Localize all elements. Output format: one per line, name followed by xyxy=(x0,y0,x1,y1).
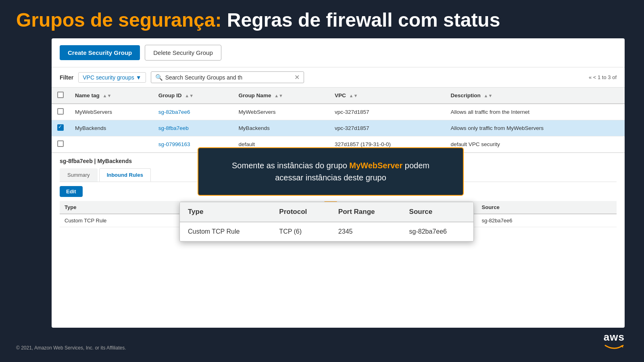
popup-source-header: Source xyxy=(401,202,473,222)
edit-button[interactable]: Edit xyxy=(60,186,83,197)
tab-summary[interactable]: Summary xyxy=(60,168,98,182)
chevron-down-icon: ▼ xyxy=(136,74,142,81)
delete-security-group-button[interactable]: Delete Security Group xyxy=(145,45,221,61)
row-name-tag: MyBackends xyxy=(69,120,153,136)
search-box: 🔍 ✕ xyxy=(151,71,304,83)
popup-source: sg-82ba7ee6 xyxy=(401,222,473,241)
filter-label: Filter xyxy=(60,74,73,81)
popup-protocol: TCP (6) xyxy=(271,222,330,241)
row-name-tag: MyWebServers xyxy=(69,104,153,120)
aws-smile-icon xyxy=(604,344,625,351)
popup-type-header: Type xyxy=(180,202,271,222)
description-header: Description ▲▼ xyxy=(445,88,625,104)
table-row[interactable]: MyBackends sg-8fba7eeb MyBackends vpc-32… xyxy=(52,120,625,136)
aws-logo: aws xyxy=(604,331,625,351)
inbound-popup: Type Protocol Port Range Source Custom T… xyxy=(179,202,474,242)
popup-table: Type Protocol Port Range Source Custom T… xyxy=(180,202,473,241)
row-group-id: sg-8fba7eeb xyxy=(153,120,233,136)
filter-row: Filter VPC security groups ▼ 🔍 ✕ « < 1 t… xyxy=(52,67,625,88)
clear-search-icon[interactable]: ✕ xyxy=(294,73,300,81)
callout-text: Somente as instâncias do grupo MyWebServ… xyxy=(232,161,429,182)
table-row[interactable]: MyWebServers sg-82ba7ee6 MyWebServers vp… xyxy=(52,104,625,120)
popup-protocol-header: Protocol xyxy=(271,202,330,222)
row-group-name: MyWebServers xyxy=(233,104,329,120)
inbound-source-header: Source xyxy=(477,201,617,214)
select-all-checkbox[interactable] xyxy=(52,88,69,104)
row-group-id: sg-82ba7ee6 xyxy=(153,104,233,120)
row-description: Allows all traffic from the Internet xyxy=(445,104,625,120)
group-id-header: Group ID ▲▼ xyxy=(153,88,233,104)
inbound-source: sg-82ba7ee6 xyxy=(477,214,617,227)
security-groups-table: Name tag ▲▼ Group ID ▲▼ Group Name ▲▼ VP… xyxy=(52,88,625,153)
popup-port-range-header: Port Range xyxy=(330,202,401,222)
group-name-header: Group Name ▲▼ xyxy=(233,88,329,104)
toolbar: Create Security Group Delete Security Gr… xyxy=(52,38,625,67)
popup-type: Custom TCP Rule xyxy=(180,222,271,241)
tab-inbound-rules[interactable]: Inbound Rules xyxy=(99,168,151,182)
row-checkbox[interactable] xyxy=(52,136,69,153)
search-input[interactable] xyxy=(165,74,292,81)
row-checkbox[interactable] xyxy=(52,104,69,120)
page-title: Grupos de segurança: Regras de firewall … xyxy=(16,9,500,31)
popup-rule-row: Custom TCP Rule TCP (6) 2345 sg-82ba7ee6 xyxy=(180,222,473,241)
callout-box: Somente as instâncias do grupo MyWebServ… xyxy=(198,147,464,196)
name-tag-header: Name tag ▲▼ xyxy=(69,88,153,104)
row-description: Allows only traffic from MyWebServers xyxy=(445,120,625,136)
row-description: default VPC security xyxy=(445,136,625,153)
row-name-tag xyxy=(69,136,153,153)
security-groups-table-container: Name tag ▲▼ Group ID ▲▼ Group Name ▲▼ VP… xyxy=(52,88,625,153)
row-vpc: vpc-327d1857 xyxy=(329,104,445,120)
search-icon: 🔍 xyxy=(155,74,163,81)
pagination-text: « < 1 to 3 of xyxy=(589,74,617,80)
row-checkbox[interactable] xyxy=(52,120,69,136)
create-security-group-button[interactable]: Create Security Group xyxy=(60,45,140,60)
copyright-text: © 2021, Amazon Web Services, Inc. or its… xyxy=(16,345,126,351)
vpc-filter-dropdown[interactable]: VPC security groups ▼ xyxy=(78,72,146,83)
row-group-name: MyBackends xyxy=(233,120,329,136)
vpc-header: VPC ▲▼ xyxy=(329,88,445,104)
popup-port-range: 2345 xyxy=(330,222,401,241)
row-vpc: vpc-327d1857 xyxy=(329,120,445,136)
